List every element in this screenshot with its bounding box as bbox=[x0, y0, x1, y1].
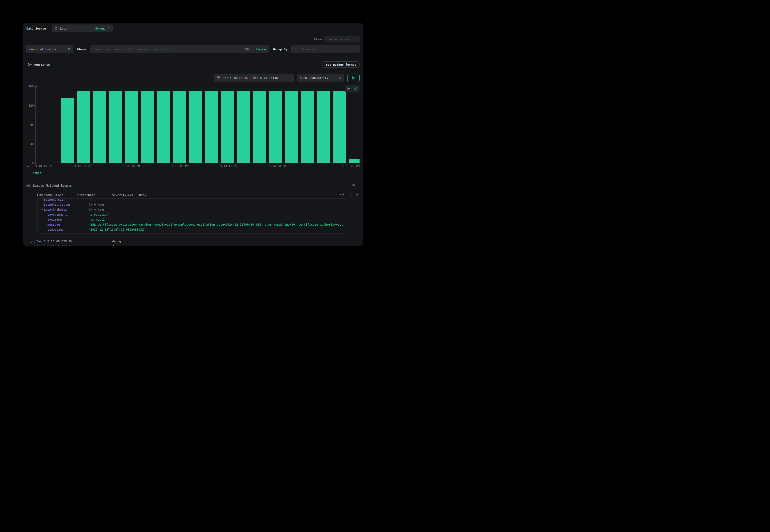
y-axis-label: 40 bbox=[23, 142, 34, 146]
data-source-label: Data Source bbox=[26, 27, 46, 30]
chart-bar bbox=[77, 91, 90, 163]
time-series-chart: 04080120160 Dec 5 3:10:45 PM3:11:30 PM3:… bbox=[35, 86, 359, 169]
json-value: "production" bbox=[89, 213, 344, 216]
chart-bar bbox=[173, 91, 186, 163]
json-row-message: message"SSL certificate expiration warni… bbox=[37, 222, 346, 227]
chevron-updown-icon bbox=[107, 27, 110, 30]
aggregate-select[interactable]: Count of Events bbox=[26, 45, 73, 53]
granularity-value: Auto Granularity bbox=[300, 76, 328, 80]
json-value: "SSL certificate expiration warning, dom… bbox=[89, 223, 344, 226]
expand-row-icon[interactable] bbox=[30, 246, 33, 246]
y-axis-tick bbox=[34, 144, 35, 144]
drag-handle-icon[interactable] bbox=[72, 194, 74, 196]
json-key[interactable]: environment bbox=[47, 213, 67, 216]
chart-type-toggle bbox=[344, 85, 359, 92]
column-label: ServiceName bbox=[76, 193, 95, 197]
json-key[interactable]: location bbox=[47, 218, 62, 221]
sql-option[interactable]: SQL bbox=[245, 47, 250, 51]
table-row: Dec 5 3:15:45.235 PMdebug bbox=[26, 244, 359, 246]
lucene-option[interactable]: Lucene bbox=[256, 47, 266, 51]
column-header-body[interactable]: Body bbox=[136, 193, 146, 197]
collapse-triangle-icon[interactable] bbox=[41, 209, 43, 211]
column-header-servicename[interactable]: ServiceName bbox=[72, 193, 95, 197]
chart-bar bbox=[93, 91, 106, 163]
time-range-picker[interactable]: Dec 5 15:10:46 - Dec 5 15:15:46 bbox=[214, 74, 294, 82]
json-value: {}0 keys bbox=[89, 203, 344, 206]
alias-label: Alias bbox=[314, 37, 323, 41]
drag-handle-icon[interactable] bbox=[109, 194, 111, 196]
chart-bar bbox=[189, 91, 202, 163]
json-row-ScopeVersion: ScopeVersion"" bbox=[37, 198, 346, 202]
severity-indicator-bar bbox=[35, 245, 35, 246]
query-editor-panel: Data Source Logs Schema Alias Count of E… bbox=[23, 23, 363, 246]
chart-bar bbox=[221, 91, 234, 163]
alias-input[interactable] bbox=[328, 37, 357, 41]
schema-link[interactable]: Schema bbox=[95, 27, 105, 30]
play-icon bbox=[351, 76, 355, 80]
x-axis-label: 3:12:15 PM bbox=[123, 164, 140, 168]
logs-source-icon bbox=[54, 27, 58, 30]
column-header-severitytext[interactable]: SeverityText bbox=[109, 193, 133, 197]
json-value: "2025-12-05T13:57:23.082306893Z" bbox=[89, 228, 344, 231]
chart-x-axis: Dec 5 3:10:45 PM3:11:30 PM3:12:15 PM3:13… bbox=[35, 163, 359, 169]
search-input[interactable] bbox=[93, 47, 243, 51]
chart-bar bbox=[141, 91, 154, 163]
row-severity: debug bbox=[112, 240, 121, 243]
data-source-select[interactable]: Logs Schema bbox=[52, 25, 113, 32]
sample-events-header: Sample Matched Events bbox=[26, 183, 359, 188]
chevron-updown-icon bbox=[67, 47, 70, 51]
column-label: Body bbox=[139, 193, 146, 197]
expand-row-icon[interactable] bbox=[30, 240, 33, 243]
set-number-format-button[interactable]: Set number format bbox=[322, 61, 359, 68]
group-by-input[interactable] bbox=[294, 47, 356, 51]
drag-handle-icon[interactable] bbox=[136, 194, 138, 196]
line-chart-icon[interactable] bbox=[346, 87, 351, 91]
chevron-up-icon[interactable] bbox=[351, 184, 355, 186]
chart-bar bbox=[317, 91, 330, 163]
json-row-environment: environment"production" bbox=[37, 212, 346, 217]
group-by-wrap bbox=[291, 45, 359, 53]
json-key[interactable]: LogAttributes bbox=[44, 208, 67, 211]
chart-bar bbox=[61, 98, 74, 163]
json-row-LogAttributes: LogAttributes{}4 keys bbox=[37, 207, 346, 212]
json-value: {}4 keys bbox=[89, 208, 344, 211]
time-controls-row: Dec 5 15:10:46 - Dec 5 15:15:46 Auto Gra… bbox=[26, 74, 359, 82]
row-severity: debug bbox=[112, 245, 121, 246]
y-axis-label: 160 bbox=[23, 85, 34, 88]
table-row: Dec 5 3:15:45.635 PMdebug bbox=[26, 239, 359, 244]
add-series-button[interactable]: Add Series bbox=[26, 62, 51, 67]
y-axis-label: 120 bbox=[23, 104, 34, 107]
column-header-timestamp-local-[interactable]: Timestamp (Local) bbox=[37, 193, 67, 197]
search-box: SQL | Lucene bbox=[90, 45, 269, 53]
bar-chart-icon[interactable] bbox=[353, 87, 357, 91]
sql-lucene-toggle[interactable]: SQL | Lucene bbox=[245, 47, 266, 51]
code-view-icon[interactable] bbox=[340, 193, 344, 196]
json-row-location: location"us-west1" bbox=[37, 217, 346, 222]
json-key[interactable]: timestamp bbox=[47, 228, 63, 231]
list-icon bbox=[26, 184, 30, 187]
event-rows: Dec 5 3:15:45.635 PMdebugDec 5 3:15:45.2… bbox=[26, 239, 359, 246]
run-query-button[interactable] bbox=[347, 74, 359, 82]
y-axis-tick bbox=[34, 105, 35, 106]
chart-bar bbox=[349, 159, 359, 163]
json-key[interactable]: ScopeAttributes bbox=[44, 203, 70, 206]
json-key[interactable]: message bbox=[47, 223, 60, 226]
granularity-select[interactable]: Auto Granularity bbox=[297, 74, 344, 82]
text-wrap-icon[interactable] bbox=[347, 193, 351, 196]
json-key[interactable]: ScopeVersion bbox=[44, 198, 65, 201]
chart-bar bbox=[333, 91, 346, 163]
events-table-header: Timestamp (Local)ServiceNameSeverityText… bbox=[26, 193, 359, 197]
data-source-row: Data Source Logs Schema bbox=[26, 25, 359, 32]
severity-indicator-bar bbox=[35, 240, 35, 244]
chevron-updown-icon bbox=[338, 76, 341, 80]
x-axis-tick bbox=[359, 163, 360, 164]
chart-bars bbox=[35, 86, 359, 163]
chart-plot: 04080120160 bbox=[35, 86, 359, 163]
x-axis-label: 3:13:45 PM bbox=[220, 164, 237, 168]
y-axis-tick bbox=[34, 125, 35, 125]
row-timestamp: Dec 5 3:15:45.235 PM bbox=[37, 245, 72, 246]
chart-bar bbox=[301, 91, 314, 163]
chart-bar bbox=[205, 91, 218, 163]
query-row: Count of Events Where SQL | Lucene Group… bbox=[26, 45, 359, 53]
download-icon[interactable] bbox=[355, 193, 358, 196]
